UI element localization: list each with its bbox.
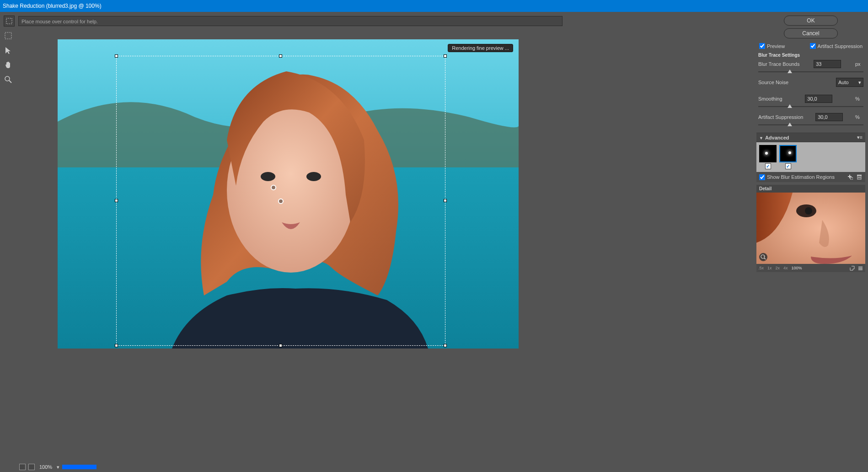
svg-rect-23 — [858, 268, 863, 269]
zoom-percentage: 100% — [38, 464, 54, 470]
marquee-icon — [5, 17, 13, 25]
right-panel: OK Cancel Preview Artifact Suppression B… — [754, 12, 868, 472]
selection-handle-w[interactable] — [115, 199, 118, 202]
artifact-suppression-unit: % — [855, 114, 863, 120]
undock-detail-button[interactable] — [849, 265, 855, 271]
blur-trace-thumbnails: ✓ ✓ — [756, 142, 865, 172]
smoothing-input[interactable] — [805, 95, 832, 103]
arrow-icon — [4, 46, 12, 54]
trash-icon — [857, 174, 862, 180]
blur-trace-bounds-input[interactable] — [814, 60, 841, 68]
zoom-level-1x[interactable]: 1x — [767, 266, 772, 270]
selection-handle-s[interactable] — [279, 344, 282, 347]
selection-handle-n[interactable] — [279, 54, 282, 58]
artifact-suppression-slider[interactable] — [758, 123, 863, 127]
selection-handle-se[interactable] — [444, 344, 447, 347]
blur-trace-bounds-slider[interactable] — [758, 70, 863, 74]
direct-selection-tool[interactable] — [3, 45, 14, 56]
rendering-status-badge: Rendering fine preview ... — [448, 44, 513, 52]
bottom-bar: 100% ▾ — [16, 462, 99, 472]
svg-point-2 — [5, 76, 10, 81]
canvas-area: Rendering fine preview ... — [16, 28, 565, 472]
preview-checkbox[interactable] — [759, 43, 765, 49]
detail-loupe-button[interactable] — [759, 253, 767, 261]
zoom-level-2x[interactable]: 2x — [776, 266, 780, 270]
smoothing-label: Smoothing — [758, 96, 782, 102]
artifact-suppression-label: Artifact Suppression — [758, 114, 803, 120]
magnifier-icon — [4, 75, 12, 84]
detail-menu-button[interactable] — [857, 265, 863, 271]
left-toolbar — [0, 28, 16, 472]
svg-rect-11 — [851, 177, 853, 180]
smoothing-slider[interactable] — [758, 104, 863, 109]
blur-estimation-tool[interactable] — [3, 30, 14, 41]
svg-rect-24 — [858, 269, 863, 270]
marquee-icon — [4, 32, 12, 40]
view-mode-2-button[interactable] — [28, 464, 35, 470]
show-blur-regions-checkbox[interactable] — [759, 174, 765, 180]
detail-heading: Detail — [756, 185, 865, 193]
blur-trace-thumbnail-2[interactable] — [779, 145, 797, 162]
svg-rect-1 — [5, 32, 11, 39]
hand-icon — [4, 61, 12, 69]
triangle-down-icon: ▼ — [759, 136, 763, 140]
blur-trace-bounds-label: Blur Trace Bounds — [758, 61, 800, 67]
blur-trace-thumbnail-1-checkbox[interactable]: ✓ — [765, 163, 771, 169]
svg-point-19 — [805, 207, 812, 215]
selection-handle-ne[interactable] — [444, 54, 447, 58]
svg-rect-22 — [858, 267, 863, 268]
blur-trace-bounds-unit: px — [855, 61, 863, 67]
options-bar: Place mouse over control for help. — [0, 14, 868, 28]
advanced-section-header[interactable]: ▼Advanced ▾≡ — [756, 133, 865, 142]
zoom-level-0-5x[interactable]: .5x — [758, 266, 764, 270]
cancel-button[interactable]: Cancel — [784, 28, 838, 38]
blur-trace-thumbnail-1[interactable] — [759, 145, 777, 162]
panel-menu-icon[interactable]: ▾≡ — [857, 134, 863, 140]
undock-icon — [850, 266, 855, 271]
delete-blur-trace-button[interactable] — [856, 174, 863, 180]
svg-line-21 — [764, 258, 766, 259]
detail-preview[interactable] — [756, 193, 865, 264]
detail-zoom-row: .5x 1x 2x 4x 100% — [756, 264, 865, 272]
svg-rect-13 — [857, 175, 862, 176]
window-title: Shake Reduction (blurred3.jpg @ 100%) — [0, 0, 868, 12]
active-tool-indicator[interactable] — [4, 16, 15, 27]
preview-checkbox-label[interactable]: Preview — [759, 43, 785, 49]
add-icon — [847, 174, 853, 180]
selection-handle-sw[interactable] — [115, 344, 118, 347]
show-blur-regions-label[interactable]: Show Blur Estimation Regions — [759, 174, 835, 180]
svg-rect-10 — [848, 176, 852, 177]
blur-trace-thumbnail-2-checkbox[interactable]: ✓ — [785, 163, 791, 169]
source-noise-label: Source Noise — [758, 80, 788, 85]
detail-image-placeholder — [756, 193, 865, 264]
ok-button[interactable]: OK — [784, 16, 838, 26]
add-blur-trace-button[interactable] — [847, 174, 853, 180]
image-canvas[interactable]: Rendering fine preview ... — [58, 39, 519, 349]
smoothing-unit: % — [855, 96, 863, 102]
selection-handle-e[interactable] — [444, 199, 447, 202]
progress-bar — [62, 465, 96, 469]
selection-handle-nw[interactable] — [115, 54, 118, 58]
hand-tool[interactable] — [3, 59, 14, 70]
zoom-tool[interactable] — [3, 74, 14, 85]
menu-icon — [858, 266, 863, 271]
view-mode-1-button[interactable] — [19, 464, 26, 470]
help-text: Place mouse over control for help. — [18, 16, 563, 26]
zoom-level-4x[interactable]: 4x — [783, 266, 788, 270]
artifact-suppression-checkbox-label[interactable]: Artifact Suppression — [810, 43, 863, 49]
blur-center-point-2[interactable] — [278, 198, 284, 204]
artifact-suppression-checkbox[interactable] — [810, 43, 816, 49]
blur-center-point-1[interactable] — [271, 185, 276, 190]
loupe-icon — [761, 254, 766, 260]
zoom-dropdown-icon[interactable]: ▾ — [57, 464, 59, 470]
zoom-level-100[interactable]: 100% — [792, 266, 802, 270]
chevron-down-icon: ▾ — [858, 80, 861, 86]
artifact-suppression-input[interactable] — [815, 113, 843, 121]
svg-line-3 — [9, 80, 11, 83]
source-noise-select[interactable]: Auto▾ — [836, 78, 863, 87]
blur-trace-settings-heading: Blur Trace Settings — [756, 51, 865, 59]
svg-rect-0 — [6, 18, 12, 24]
